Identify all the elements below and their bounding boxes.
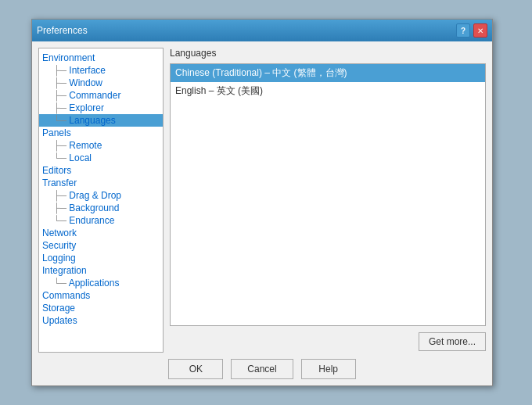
tree-item-local[interactable]: └─ Local [39, 152, 163, 164]
tree-item-remote[interactable]: ├─ Remote [39, 139, 163, 152]
preferences-dialog: Preferences ? ✕ Environment ├─ Interface… [31, 19, 493, 386]
tree-item-interface[interactable]: ├─ Interface [39, 64, 163, 77]
tree-item-environment[interactable]: Environment [39, 52, 163, 64]
section-title: Languages [170, 48, 486, 59]
title-bar: Preferences ? ✕ [32, 20, 492, 41]
tree-item-background[interactable]: ├─ Background [39, 202, 163, 214]
tree-panel[interactable]: Environment ├─ Interface ├─ Window ├─ Co… [38, 48, 164, 353]
tree-item-logging[interactable]: Logging [39, 252, 163, 264]
tree-item-storage[interactable]: Storage [39, 302, 163, 314]
language-item-en[interactable]: English – 英文 (美國) [171, 82, 485, 100]
main-area: Environment ├─ Interface ├─ Window ├─ Co… [38, 48, 486, 353]
tree-item-window[interactable]: ├─ Window [39, 77, 163, 89]
get-more-button[interactable]: Get more... [419, 332, 486, 351]
languages-list[interactable]: Chinese (Traditional) – 中文 (繁體，台灣) Engli… [170, 63, 486, 326]
footer-buttons: OK Cancel Help [38, 353, 486, 379]
tree-item-applications[interactable]: └─ Applications [39, 277, 163, 289]
tree-item-endurance[interactable]: └─ Endurance [39, 214, 163, 227]
help-icon-btn[interactable]: ? [456, 23, 470, 38]
dialog-content: Environment ├─ Interface ├─ Window ├─ Co… [32, 41, 492, 385]
ok-button[interactable]: OK [168, 359, 223, 379]
tree-item-explorer[interactable]: ├─ Explorer [39, 102, 163, 114]
tree-item-integration[interactable]: Integration [39, 264, 163, 277]
tree-item-updates[interactable]: Updates [39, 314, 163, 327]
tree-item-network[interactable]: Network [39, 227, 163, 239]
help-button[interactable]: Help [301, 359, 356, 379]
tree-item-commander[interactable]: ├─ Commander [39, 89, 163, 102]
tree-item-editors[interactable]: Editors [39, 164, 163, 177]
content-panel: Languages Chinese (Traditional) – 中文 (繁體… [170, 48, 486, 353]
tree-item-languages[interactable]: └─ Languages [39, 114, 163, 127]
tree-item-commands[interactable]: Commands [39, 289, 163, 302]
language-item-zh-tw[interactable]: Chinese (Traditional) – 中文 (繁體，台灣) [171, 64, 485, 82]
get-more-area: Get more... [170, 326, 486, 353]
cancel-button[interactable]: Cancel [231, 359, 293, 379]
dialog-title: Preferences [37, 25, 88, 36]
tree-item-panels[interactable]: Panels [39, 127, 163, 139]
tree-item-security[interactable]: Security [39, 239, 163, 252]
tree-item-transfer[interactable]: Transfer [39, 177, 163, 189]
close-button[interactable]: ✕ [473, 23, 487, 38]
tree-item-drag-drop[interactable]: ├─ Drag & Drop [39, 189, 163, 202]
